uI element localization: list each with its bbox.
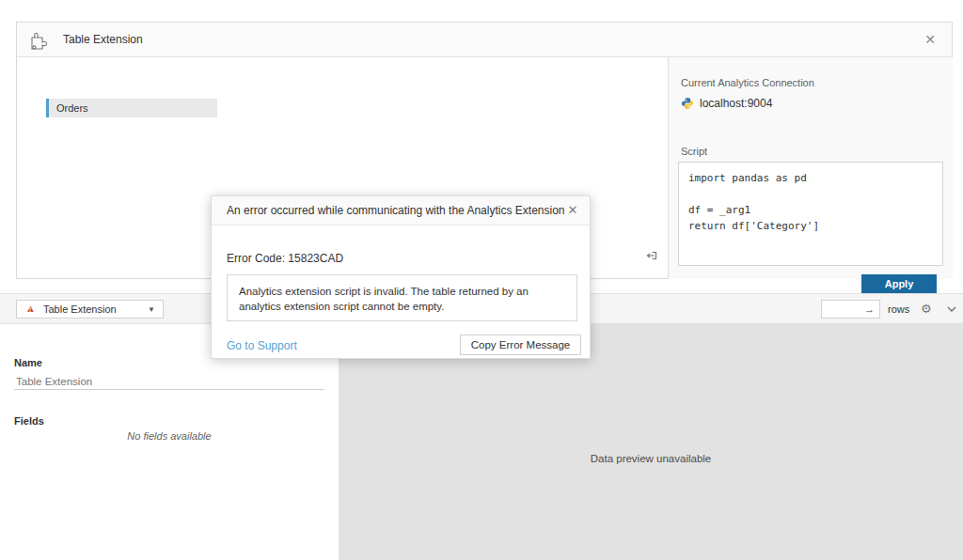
arrow-right-icon: → <box>864 303 875 315</box>
details-pane: Name Fields No fields available <box>0 324 339 560</box>
analytics-settings-panel: Current Analytics Connection localhost:9… <box>668 57 953 279</box>
chevron-down-icon: ▼ <box>148 305 155 314</box>
error-dialog: An error occurred while communicating wi… <box>211 195 591 359</box>
copy-error-message-button[interactable]: Copy Error Message <box>460 334 581 355</box>
table-extension-selector[interactable]: ▲ ! Table Extension ▼ <box>16 300 164 319</box>
script-label: Script <box>681 146 707 157</box>
dialog-close-icon[interactable]: ✕ <box>565 203 580 218</box>
name-label: Name <box>14 357 42 368</box>
close-icon[interactable]: ✕ <box>922 31 939 48</box>
window-title: Table Extension <box>63 33 143 46</box>
orders-table-chip[interactable]: Orders <box>46 99 217 117</box>
rows-label: rows <box>888 303 909 315</box>
apply-button[interactable]: Apply <box>861 274 937 293</box>
script-editor[interactable]: import pandas as pd df = _arg1 return df… <box>678 162 943 266</box>
error-dialog-title: An error occurred while communicating wi… <box>227 204 565 217</box>
python-icon <box>681 97 694 110</box>
connection-value: localhost:9004 <box>700 97 772 110</box>
fields-empty-message: No fields available <box>0 430 339 442</box>
collapse-pane-icon[interactable] <box>644 248 659 263</box>
rows-count-input[interactable]: → <box>821 300 880 319</box>
fields-label: Fields <box>14 415 44 427</box>
warning-icon: ▲ ! <box>25 303 37 315</box>
go-to-support-link[interactable]: Go to Support <box>227 339 297 352</box>
connection-row: localhost:9004 <box>681 97 772 110</box>
preview-unavailable-message: Data preview unavailable <box>339 453 963 464</box>
name-input[interactable] <box>14 373 324 390</box>
error-code: Error Code: 15823CAD <box>227 252 343 265</box>
window-header: Table Extension <box>17 23 952 57</box>
data-preview-pane: Data preview unavailable <box>339 324 963 560</box>
orders-table-label: Orders <box>49 102 88 114</box>
extension-puzzle-icon <box>28 30 49 51</box>
error-dialog-header: An error occurred while communicating wi… <box>212 196 590 226</box>
error-message-box: Analytics extension script is invalid. T… <box>227 274 577 321</box>
collapse-preview-chevron-icon[interactable] <box>945 303 958 316</box>
connection-label: Current Analytics Connection <box>681 77 814 88</box>
gear-icon[interactable]: ⚙ <box>921 302 932 317</box>
selector-label: Table Extension <box>43 303 148 315</box>
